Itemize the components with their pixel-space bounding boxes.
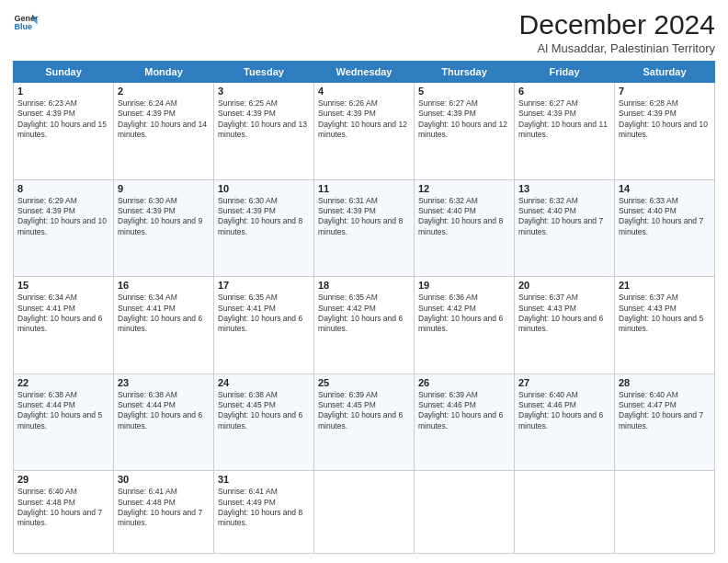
table-row: 28Sunrise: 6:40 AMSunset: 4:47 PMDayligh…	[615, 373, 715, 471]
day-number: 9	[118, 183, 210, 194]
table-row: 25Sunrise: 6:39 AMSunset: 4:45 PMDayligh…	[314, 373, 415, 471]
table-row: 3Sunrise: 6:25 AMSunset: 4:39 PMDaylight…	[214, 83, 314, 180]
day-info: Sunrise: 6:40 AMSunset: 4:46 PMDaylight:…	[518, 390, 610, 432]
day-info: Sunrise: 6:30 AMSunset: 4:39 PMDaylight:…	[118, 196, 210, 238]
col-thursday: Thursday	[415, 62, 515, 83]
day-info: Sunrise: 6:33 AMSunset: 4:40 PMDaylight:…	[619, 196, 711, 238]
day-number: 8	[17, 183, 109, 194]
day-number: 27	[518, 377, 610, 388]
day-info: Sunrise: 6:41 AMSunset: 4:48 PMDaylight:…	[118, 487, 210, 529]
table-row: 31Sunrise: 6:41 AMSunset: 4:49 PMDayligh…	[214, 471, 314, 554]
day-number: 28	[619, 377, 711, 388]
col-tuesday: Tuesday	[214, 62, 314, 83]
table-row: 6Sunrise: 6:27 AMSunset: 4:39 PMDaylight…	[515, 83, 615, 180]
table-row: 14Sunrise: 6:33 AMSunset: 4:40 PMDayligh…	[615, 179, 715, 277]
day-number: 12	[418, 183, 510, 194]
day-info: Sunrise: 6:37 AMSunset: 4:43 PMDaylight:…	[619, 293, 711, 335]
day-number: 21	[619, 280, 711, 291]
day-info: Sunrise: 6:37 AMSunset: 4:43 PMDaylight:…	[518, 293, 610, 335]
table-row: 11Sunrise: 6:31 AMSunset: 4:39 PMDayligh…	[314, 179, 415, 277]
table-row: 16Sunrise: 6:34 AMSunset: 4:41 PMDayligh…	[114, 277, 214, 374]
day-number: 10	[218, 183, 310, 194]
day-number: 18	[318, 280, 410, 291]
day-number: 30	[118, 474, 210, 485]
table-row: 7Sunrise: 6:28 AMSunset: 4:39 PMDaylight…	[615, 83, 715, 180]
table-row	[515, 471, 615, 554]
day-info: Sunrise: 6:26 AMSunset: 4:39 PMDaylight:…	[318, 98, 410, 141]
col-monday: Monday	[114, 62, 214, 83]
day-info: Sunrise: 6:27 AMSunset: 4:39 PMDaylight:…	[518, 98, 610, 141]
table-row	[415, 471, 515, 554]
table-row: 9Sunrise: 6:30 AMSunset: 4:39 PMDaylight…	[114, 179, 214, 277]
day-number: 19	[418, 280, 510, 291]
day-number: 14	[619, 183, 711, 194]
col-wednesday: Wednesday	[314, 62, 415, 83]
day-number: 20	[518, 280, 610, 291]
table-row: 22Sunrise: 6:38 AMSunset: 4:44 PMDayligh…	[14, 373, 114, 471]
day-number: 15	[17, 280, 109, 291]
table-row: 12Sunrise: 6:32 AMSunset: 4:40 PMDayligh…	[415, 179, 515, 277]
day-info: Sunrise: 6:35 AMSunset: 4:42 PMDaylight:…	[318, 293, 410, 335]
day-number: 23	[118, 377, 210, 388]
table-row: 15Sunrise: 6:34 AMSunset: 4:41 PMDayligh…	[14, 277, 114, 374]
day-info: Sunrise: 6:38 AMSunset: 4:44 PMDaylight:…	[17, 390, 109, 432]
svg-text:Blue: Blue	[14, 22, 32, 31]
day-info: Sunrise: 6:23 AMSunset: 4:39 PMDaylight:…	[17, 98, 109, 141]
day-info: Sunrise: 6:32 AMSunset: 4:40 PMDaylight:…	[418, 196, 510, 238]
table-row	[615, 471, 715, 554]
day-info: Sunrise: 6:32 AMSunset: 4:40 PMDaylight:…	[518, 196, 610, 238]
day-info: Sunrise: 6:39 AMSunset: 4:45 PMDaylight:…	[318, 390, 410, 432]
table-row: 2Sunrise: 6:24 AMSunset: 4:39 PMDaylight…	[114, 83, 214, 180]
day-number: 24	[218, 377, 310, 388]
calendar-header-row: Sunday Monday Tuesday Wednesday Thursday…	[14, 62, 715, 83]
day-number: 31	[218, 474, 310, 485]
day-info: Sunrise: 6:34 AMSunset: 4:41 PMDaylight:…	[17, 293, 109, 335]
table-row: 18Sunrise: 6:35 AMSunset: 4:42 PMDayligh…	[314, 277, 415, 374]
day-number: 25	[318, 377, 410, 388]
page-header: General Blue December 2024 Al Musaddar, …	[13, 9, 715, 55]
day-number: 4	[318, 86, 410, 97]
day-info: Sunrise: 6:36 AMSunset: 4:42 PMDaylight:…	[418, 293, 510, 335]
day-info: Sunrise: 6:27 AMSunset: 4:39 PMDaylight:…	[418, 98, 510, 141]
day-info: Sunrise: 6:29 AMSunset: 4:39 PMDaylight:…	[17, 196, 109, 238]
table-row: 26Sunrise: 6:39 AMSunset: 4:46 PMDayligh…	[415, 373, 515, 471]
col-friday: Friday	[515, 62, 615, 83]
table-row: 4Sunrise: 6:26 AMSunset: 4:39 PMDaylight…	[314, 83, 415, 180]
day-number: 11	[318, 183, 410, 194]
day-info: Sunrise: 6:34 AMSunset: 4:41 PMDaylight:…	[118, 293, 210, 335]
day-number: 1	[17, 86, 109, 97]
table-row: 19Sunrise: 6:36 AMSunset: 4:42 PMDayligh…	[415, 277, 515, 374]
day-info: Sunrise: 6:25 AMSunset: 4:39 PMDaylight:…	[218, 98, 310, 141]
calendar-subtitle: Al Musaddar, Palestinian Territory	[519, 41, 715, 55]
day-number: 13	[518, 183, 610, 194]
table-row: 29Sunrise: 6:40 AMSunset: 4:48 PMDayligh…	[14, 471, 114, 554]
table-row: 13Sunrise: 6:32 AMSunset: 4:40 PMDayligh…	[515, 179, 615, 277]
day-info: Sunrise: 6:39 AMSunset: 4:46 PMDaylight:…	[418, 390, 510, 432]
logo: General Blue	[13, 9, 39, 35]
table-row: 30Sunrise: 6:41 AMSunset: 4:48 PMDayligh…	[114, 471, 214, 554]
day-info: Sunrise: 6:40 AMSunset: 4:48 PMDaylight:…	[17, 487, 109, 529]
table-row: 10Sunrise: 6:30 AMSunset: 4:39 PMDayligh…	[214, 179, 314, 277]
day-info: Sunrise: 6:38 AMSunset: 4:44 PMDaylight:…	[118, 390, 210, 432]
day-number: 6	[518, 86, 610, 97]
table-row	[314, 471, 415, 554]
calendar-title: December 2024	[519, 9, 715, 40]
table-row: 8Sunrise: 6:29 AMSunset: 4:39 PMDaylight…	[14, 179, 114, 277]
table-row: 1Sunrise: 6:23 AMSunset: 4:39 PMDaylight…	[14, 83, 114, 180]
day-number: 2	[118, 86, 210, 97]
day-number: 16	[118, 280, 210, 291]
table-row: 5Sunrise: 6:27 AMSunset: 4:39 PMDaylight…	[415, 83, 515, 180]
day-info: Sunrise: 6:40 AMSunset: 4:47 PMDaylight:…	[619, 390, 711, 432]
day-number: 5	[418, 86, 510, 97]
calendar-table: Sunday Monday Tuesday Wednesday Thursday…	[13, 61, 715, 554]
col-sunday: Sunday	[14, 62, 114, 83]
table-row: 20Sunrise: 6:37 AMSunset: 4:43 PMDayligh…	[515, 277, 615, 374]
day-info: Sunrise: 6:28 AMSunset: 4:39 PMDaylight:…	[619, 98, 711, 141]
table-row: 17Sunrise: 6:35 AMSunset: 4:41 PMDayligh…	[214, 277, 314, 374]
day-number: 22	[17, 377, 109, 388]
day-number: 17	[218, 280, 310, 291]
day-number: 3	[218, 86, 310, 97]
day-info: Sunrise: 6:41 AMSunset: 4:49 PMDaylight:…	[218, 487, 310, 529]
day-info: Sunrise: 6:38 AMSunset: 4:45 PMDaylight:…	[218, 390, 310, 432]
day-info: Sunrise: 6:30 AMSunset: 4:39 PMDaylight:…	[218, 196, 310, 238]
